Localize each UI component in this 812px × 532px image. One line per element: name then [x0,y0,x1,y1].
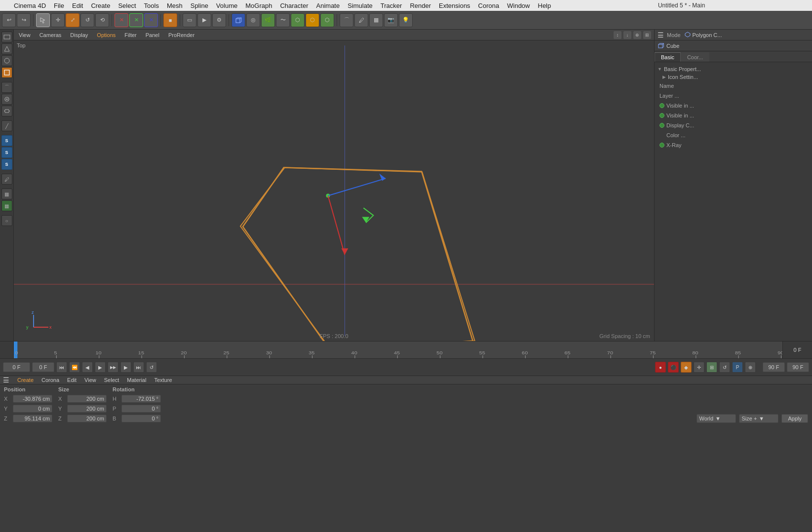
record-button[interactable]: ● [655,362,666,373]
transform-tool-button[interactable]: ⟲ [95,13,109,27]
menu-character[interactable]: Character [276,1,312,10]
go-to-end-button[interactable]: ⏭ [133,362,144,373]
move-tool-button[interactable]: ✛ [51,13,65,27]
mode-icon-4[interactable] [1,67,12,78]
menu-render[interactable]: Render [406,1,435,10]
menu-tracker[interactable]: Tracker [377,1,406,10]
sphere-button[interactable]: ◎ [246,13,260,27]
vp-prorender[interactable]: ProRender [166,32,196,38]
menu-mograph[interactable]: MoGraph [241,1,276,10]
redo-button[interactable]: ↪ [17,13,31,27]
menu-volume[interactable]: Volume [212,1,241,10]
size-plus-dropdown[interactable]: Size + ▼ [739,414,778,423]
vp-view[interactable]: View [17,32,33,38]
circle-icon[interactable]: ○ [1,215,12,226]
render-view-button[interactable]: ▭ [183,13,196,27]
tab-basic[interactable]: Basic [655,52,681,62]
prev-keyframe-button[interactable]: ⏪ [69,362,80,373]
s-icon-3[interactable]: S [1,159,12,170]
current-frame-input[interactable] [3,362,30,372]
move-key-button[interactable]: ✛ [694,362,704,373]
go-to-start-button[interactable]: ⏮ [56,362,67,373]
vp-cameras[interactable]: Cameras [38,32,64,38]
mode-icon-6[interactable] [1,94,12,105]
grid-button[interactable]: ▦ [369,13,383,27]
vp-filter[interactable]: Filter [122,32,138,38]
undo-button[interactable]: ↩ [2,13,16,27]
menu-spline[interactable]: Spline [187,1,212,10]
z-size-input[interactable] [67,415,107,422]
effector-button[interactable]: ⬡ [306,13,319,27]
keyframe-button[interactable]: ◆ [681,362,692,373]
bt-texture[interactable]: Texture [152,377,174,383]
vp-panel[interactable]: Panel [144,32,161,38]
object-mode-button[interactable]: ■ [163,13,177,27]
grid-icon[interactable]: ▦ [1,189,12,199]
next-frame-button[interactable]: ▶ [120,362,131,373]
z-position-input[interactable] [13,415,52,422]
x-position-input[interactable] [13,395,52,403]
mode-icon-2[interactable] [1,43,12,54]
menu-create[interactable]: Create [87,1,114,10]
bt-select[interactable]: Select [102,377,121,383]
z-axis-button[interactable]: ✕ [144,13,158,27]
vp-display[interactable]: Display [68,32,90,38]
mode-icon-3[interactable] [1,55,12,66]
spline-button[interactable]: 〜 [276,13,290,27]
scene-button[interactable]: 🌿 [261,13,275,27]
x-size-input[interactable] [67,395,107,403]
render-settings-button[interactable]: ⚙ [212,13,226,27]
mode-icon-5[interactable]: ⌒ [1,82,12,93]
paint-icon[interactable]: 🖊 [1,174,12,185]
camera-button[interactable]: 📷 [384,13,398,27]
mode-line[interactable]: ╱ [1,120,12,131]
lock-grid-icon[interactable]: ▦ [1,200,12,211]
knife-tool-button[interactable]: ⌒ [340,13,353,27]
world-dropdown[interactable]: World ▼ [696,414,736,423]
light-button[interactable]: 💡 [399,13,413,27]
end-frame-input[interactable] [763,362,785,372]
menu-tools[interactable]: Tools [140,1,163,10]
prev-frame-button[interactable]: ◀ [82,362,93,373]
mograph-button[interactable]: ⬡ [320,13,334,27]
bt-corona[interactable]: Corona [39,377,61,383]
bt-edit[interactable]: Edit [65,377,78,383]
timeline-ruler[interactable]: 0 5 10 15 20 25 30 35 40 45 50 55 60 [14,342,782,358]
bottom-menu-icon[interactable]: ☰ [3,376,9,384]
y-size-input[interactable] [67,405,107,413]
bt-view[interactable]: View [82,377,98,383]
vp-icon-4[interactable]: ⊞ [643,31,651,39]
mode-icon-1[interactable] [1,32,12,42]
s-icon-1[interactable]: S [1,135,12,146]
menu-simulate[interactable]: Simulate [344,1,377,10]
menu-animate[interactable]: Animate [312,1,344,10]
cube-object-button[interactable] [232,13,245,27]
sidebar-menu-icon[interactable]: ☰ [657,31,664,39]
mode-icon-7[interactable] [1,106,12,116]
x-axis-button[interactable]: ✕ [115,13,128,27]
scale-tool-button[interactable]: ⤢ [66,13,79,27]
viewport-canvas[interactable]: Top [14,40,654,341]
extra-button[interactable]: ⊕ [745,362,756,373]
menu-cinema4d[interactable]: Cinema 4D [10,1,50,10]
scale-key-button[interactable]: ⊞ [706,362,717,373]
tab-coord[interactable]: Coor... [681,52,709,62]
menu-edit[interactable]: Edit [68,1,87,10]
y-axis-button[interactable]: ✕ [129,13,143,27]
menu-corona[interactable]: Corona [474,1,503,10]
vp-icon-3[interactable]: ⊕ [633,31,641,39]
b-rotation-input[interactable] [121,415,161,422]
bt-material[interactable]: Material [125,377,148,383]
param-button[interactable]: P [732,362,743,373]
menu-window[interactable]: Window [503,1,534,10]
vp-icon-2[interactable]: ↓ [623,31,631,39]
basic-props-section[interactable]: ▼ Basic Propert... [657,65,809,73]
menu-file[interactable]: File [50,1,68,10]
loop-button[interactable]: ↺ [146,362,157,373]
menu-mesh[interactable]: Mesh [163,1,187,10]
total-frames-input[interactable] [787,362,809,372]
paint-button[interactable]: 🖊 [354,13,368,27]
s-icon-2[interactable]: S [1,147,12,158]
start-frame-input[interactable] [32,362,54,372]
rotate-tool-button[interactable]: ↺ [80,13,94,27]
